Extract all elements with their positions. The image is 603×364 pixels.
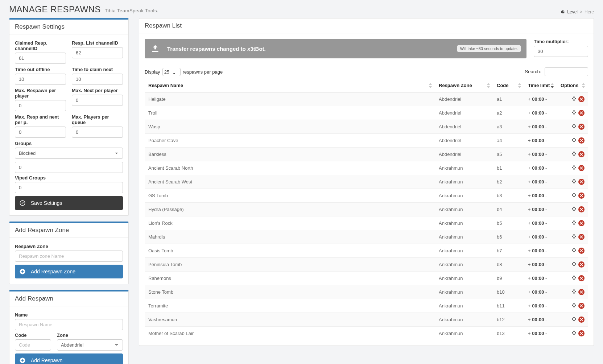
time-plus[interactable]: + xyxy=(528,303,531,309)
view-icon[interactable] xyxy=(571,178,577,185)
time-minus[interactable]: - xyxy=(545,303,547,309)
time-minus[interactable]: - xyxy=(545,207,547,212)
time-plus[interactable]: + xyxy=(528,289,531,295)
th-name[interactable]: Respawn Name xyxy=(145,79,435,92)
time-minus[interactable]: - xyxy=(545,193,547,198)
page-size-select[interactable]: 25 xyxy=(162,68,181,76)
time-minus[interactable]: - xyxy=(545,179,547,185)
view-icon[interactable] xyxy=(571,151,577,158)
delete-button[interactable] xyxy=(578,220,585,226)
delete-button[interactable] xyxy=(578,261,585,268)
time-plus[interactable]: + xyxy=(528,124,531,129)
time-plus[interactable]: + xyxy=(528,152,531,157)
time-plus[interactable]: + xyxy=(528,262,531,267)
claimed-channel-input[interactable] xyxy=(15,53,66,64)
maxq-input[interactable] xyxy=(72,127,123,138)
time-plus[interactable]: + xyxy=(528,96,531,102)
view-icon[interactable] xyxy=(571,165,577,171)
view-icon[interactable] xyxy=(571,206,577,213)
view-icon[interactable] xyxy=(571,233,577,240)
time-minus[interactable]: - xyxy=(545,152,547,157)
zone-name-input[interactable] xyxy=(15,251,123,262)
time-plus[interactable]: + xyxy=(528,165,531,171)
add-zone-button[interactable]: Add Respawn Zone xyxy=(15,265,123,278)
maxnext-input[interactable] xyxy=(72,95,123,106)
list-channel-input[interactable] xyxy=(72,47,123,58)
delete-button[interactable] xyxy=(578,330,585,336)
time-plus[interactable]: + xyxy=(528,317,531,322)
time-minus[interactable]: - xyxy=(545,262,547,267)
time-plus[interactable]: + xyxy=(528,234,531,240)
view-icon[interactable] xyxy=(571,275,577,282)
delete-button[interactable] xyxy=(578,206,585,212)
time-minus[interactable]: - xyxy=(545,234,547,240)
delete-button[interactable] xyxy=(578,303,585,309)
time-minus[interactable]: - xyxy=(545,289,547,295)
time-minus[interactable]: - xyxy=(545,220,547,226)
delete-button[interactable] xyxy=(578,124,585,130)
search-input[interactable] xyxy=(545,67,588,76)
th-code[interactable]: Code xyxy=(493,79,524,92)
respawn-name-input[interactable] xyxy=(15,319,123,330)
maxresp-input[interactable] xyxy=(15,100,66,111)
view-icon[interactable] xyxy=(571,192,577,199)
maxrn-input[interactable] xyxy=(15,127,66,138)
time-minus[interactable]: - xyxy=(545,317,547,322)
cell-zone: Ankrahmun xyxy=(435,175,493,189)
time-minus[interactable]: - xyxy=(545,138,547,143)
groups-value-input[interactable] xyxy=(15,162,123,173)
time-plus[interactable]: + xyxy=(528,138,531,143)
delete-button[interactable] xyxy=(578,248,585,254)
time-minus[interactable]: - xyxy=(545,276,547,281)
time-plus[interactable]: + xyxy=(528,193,531,198)
delete-button[interactable] xyxy=(578,137,585,144)
claimnext-input[interactable] xyxy=(72,74,123,85)
timeout-input[interactable] xyxy=(15,74,66,85)
time-plus[interactable]: + xyxy=(528,179,531,185)
delete-button[interactable] xyxy=(578,96,585,102)
delete-button[interactable] xyxy=(578,234,585,240)
view-icon[interactable] xyxy=(571,289,577,295)
time-plus[interactable]: + xyxy=(528,110,531,116)
time-multiplier-input[interactable] xyxy=(534,46,588,57)
delete-button[interactable] xyxy=(578,317,585,323)
respawn-zone-select[interactable]: Abdendriel xyxy=(57,339,123,351)
respawn-code-input[interactable] xyxy=(15,339,51,351)
delete-button[interactable] xyxy=(578,275,585,281)
time-minus[interactable]: - xyxy=(545,110,547,116)
delete-button[interactable] xyxy=(578,151,585,157)
view-icon[interactable] xyxy=(571,247,577,254)
delete-button[interactable] xyxy=(578,289,585,295)
groups-select[interactable]: Blocked xyxy=(15,148,123,159)
time-plus[interactable]: + xyxy=(528,248,531,253)
time-minus[interactable]: - xyxy=(545,165,547,171)
view-icon[interactable] xyxy=(571,316,577,323)
view-icon[interactable] xyxy=(571,123,577,130)
save-settings-button[interactable]: Save Settings xyxy=(15,196,123,210)
view-icon[interactable] xyxy=(571,330,577,337)
view-icon[interactable] xyxy=(571,302,577,309)
vip-input[interactable] xyxy=(15,182,123,193)
time-plus[interactable]: + xyxy=(528,331,531,336)
time-minus[interactable]: - xyxy=(545,331,547,336)
cell-options xyxy=(557,203,588,216)
time-plus[interactable]: + xyxy=(528,276,531,281)
breadcrumb-level[interactable]: Level xyxy=(567,9,578,15)
time-minus[interactable]: - xyxy=(545,96,547,102)
time-plus[interactable]: + xyxy=(528,207,531,212)
delete-button[interactable] xyxy=(578,110,585,116)
add-respawn-button[interactable]: Add Respawn xyxy=(15,353,123,364)
view-icon[interactable] xyxy=(571,109,577,116)
delete-button[interactable] xyxy=(578,193,585,199)
view-icon[interactable] xyxy=(571,220,577,227)
view-icon[interactable] xyxy=(571,137,577,144)
view-icon[interactable] xyxy=(571,96,577,103)
th-time-limit[interactable]: Time limit xyxy=(524,79,557,92)
th-zone[interactable]: Respawn Zone xyxy=(435,79,493,92)
time-plus[interactable]: + xyxy=(528,220,531,226)
delete-button[interactable] xyxy=(578,179,585,185)
view-icon[interactable] xyxy=(571,261,577,268)
delete-button[interactable] xyxy=(578,165,585,171)
time-minus[interactable]: - xyxy=(545,248,547,253)
time-minus[interactable]: - xyxy=(545,124,547,129)
